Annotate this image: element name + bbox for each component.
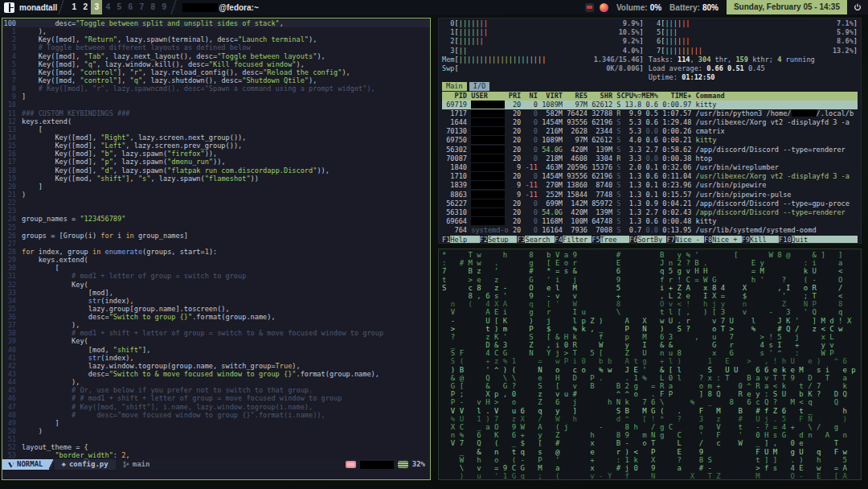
fkey-nice[interactable]: F7Nice - bbox=[666, 236, 704, 244]
statusline-right: 32% bbox=[346, 459, 430, 470]
process-row[interactable]: 56227200699M142M85972S1.30.90:04.21/app/… bbox=[442, 199, 858, 208]
workspace-1[interactable]: 1 bbox=[68, 0, 80, 14]
matrix-row: * T w h 8 b V a 9 # B y % ' [ W 8 @ & ] … bbox=[442, 251, 858, 259]
fkey-sortby[interactable]: F6SortBy bbox=[629, 236, 667, 244]
line-number: 32 bbox=[2, 281, 22, 289]
workspace-3[interactable]: 3 bbox=[91, 0, 102, 14]
line-number: 28 bbox=[2, 248, 22, 256]
htop-pane[interactable]: 0[|||||||9.9%]1[|||||||10.5%]2[||||||9.2… bbox=[438, 18, 862, 244]
fkey-nice[interactable]: F8Nice + bbox=[704, 236, 742, 244]
line-number: 45 bbox=[2, 386, 22, 394]
layout-monadtall-icon[interactable] bbox=[4, 2, 14, 13]
process-row[interactable]: 17102001454M9355662196S1.30.60:11.04/usr… bbox=[442, 172, 858, 181]
code-area[interactable]: 100 desc="Toggle between split and unspl… bbox=[2, 18, 430, 459]
line-number: 33 bbox=[2, 289, 22, 297]
htop-tabs: MainI/O bbox=[442, 82, 858, 91]
code-line: 29 keys.extend( bbox=[2, 256, 430, 264]
matrix-row: - U [ K ) j l p Z ) A X w U . r v 7 U l … bbox=[442, 317, 858, 325]
code-line: 7 Key([mod, "control"], "q", lazy.shutdo… bbox=[2, 76, 430, 84]
cmatrix-pane[interactable]: * T w h 8 b V a 9 # B y % ' [ W 8 @ & ] … bbox=[438, 249, 862, 480]
workspace-4[interactable]: 4 bbox=[102, 0, 113, 14]
process-row[interactable]: 70087200218M46083304R3.30.00:00.38htop bbox=[442, 154, 858, 163]
line-number: 53 bbox=[2, 451, 22, 459]
process-row[interactable]: 696642001168M100M64748S1.30.60:00.48kitt… bbox=[442, 217, 858, 226]
process-row[interactable]: 18409-11463M2059615376S2.00.10:32.06/usr… bbox=[442, 163, 858, 172]
matrix-row: ? z K ' S [ & H k f p M 6 3 , u 7 > ! 5 … bbox=[442, 333, 858, 341]
workspace-8[interactable]: 8 bbox=[147, 0, 158, 14]
matrix-row: _ D & 3 Z , i 0 R W y I & & G r 4 s I + … bbox=[442, 341, 858, 349]
workspace-7[interactable]: 7 bbox=[136, 0, 147, 14]
fkey-kill[interactable]: F9Kill bbox=[742, 236, 780, 244]
uptime: Uptime: 01:12:50 bbox=[649, 73, 858, 82]
user-redacted bbox=[471, 127, 504, 135]
bar-separator bbox=[57, 0, 65, 14]
workspace-6[interactable]: 6 bbox=[125, 0, 136, 14]
line-number: 35 bbox=[2, 305, 22, 313]
process-row[interactable]: 70130200216M26282344S5.30.00:00.26cmatri… bbox=[442, 127, 858, 136]
fkey-search[interactable]: F3Search bbox=[517, 236, 555, 244]
process-table-header[interactable]: PIDUSERPRINIVIRTRESSHRSCPU%▽MEM%TIME+Com… bbox=[442, 92, 858, 101]
workspace-2[interactable]: 2 bbox=[80, 0, 91, 14]
htop-tab-io[interactable]: I/O bbox=[469, 82, 490, 91]
process-row[interactable]: 764systemd-oo2001616479367008S0.70.00:13… bbox=[442, 226, 858, 235]
cpu-meter-7: 7[|||||||||13.2%] bbox=[649, 47, 858, 55]
workspace-9[interactable]: 9 bbox=[158, 0, 170, 14]
code-line: 27 bbox=[2, 240, 430, 248]
volume-value: 0% bbox=[650, 3, 661, 12]
code-line: 35 lazy.group[group.name].toscreen(), bbox=[2, 305, 430, 313]
process-row[interactable]: 697192001089M97M62612S13.80.60:00.97kitt… bbox=[442, 101, 858, 109]
layout-name[interactable]: monadtall bbox=[19, 3, 57, 12]
matrix-row: _ & n t q s @ e r ) < P E 9 F U M g U q … bbox=[442, 448, 858, 456]
battery-value: 80% bbox=[702, 3, 719, 12]
editor-pane[interactable]: 100 desc="Toggle between split and unspl… bbox=[2, 18, 431, 480]
code-line: 25 bbox=[2, 224, 430, 232]
editor-statusline: NORMAL ◈ config.py main 32% bbox=[2, 459, 430, 470]
line-number: 13 bbox=[2, 125, 22, 134]
power-button[interactable] bbox=[847, 0, 868, 14]
process-row[interactable]: 697502001089M97M62612S4.00.60:00.21kitty bbox=[442, 136, 858, 145]
process-row[interactable]: 88639-11252M158447748S1.30.10:15.57/usr/… bbox=[442, 191, 858, 199]
swap-meter: Swp[0K/8.00G] bbox=[442, 64, 644, 73]
line-number: 43 bbox=[2, 370, 22, 378]
line-number: 21 bbox=[2, 191, 22, 199]
code-line: 37 ), bbox=[2, 321, 430, 329]
workspace-5[interactable]: 5 bbox=[113, 0, 125, 14]
fkey-quit[interactable]: F10Quit bbox=[779, 236, 858, 244]
fkey-setup[interactable]: F2Setup bbox=[480, 236, 518, 244]
user-redacted bbox=[471, 146, 504, 154]
matrix-row: V V l . V u 6 q y ] S B M G ( . F M B # … bbox=[442, 407, 858, 415]
line-number: 27 bbox=[2, 240, 22, 248]
code-line: 46 # # mod1 + shift + letter of group = … bbox=[2, 394, 430, 402]
code-line: 22 bbox=[2, 199, 430, 207]
process-row[interactable]: 1717200582M7642432788R9.90.51:07.57/usr/… bbox=[442, 109, 858, 118]
branch-label: main bbox=[133, 459, 150, 470]
code-line: 100 desc="Toggle between split and unspl… bbox=[2, 19, 430, 27]
process-row[interactable]: 18399-11270M138608740S1.30.10:23.96/usr/… bbox=[442, 181, 858, 190]
process-row[interactable]: 16442001454M9355662196S5.30.61:29.48/usr… bbox=[442, 118, 858, 127]
process-row[interactable]: 5631020054.0G420M139MS1.32.70:02.43/app/… bbox=[442, 208, 858, 217]
matrix-row: n % 6 K 6 + y Z h 8 9 m N g C ' F ' 0 H … bbox=[442, 431, 858, 439]
discord-tray-icon[interactable] bbox=[585, 3, 594, 12]
matrix-row: % U 1 ) 7 z X / W h d ^ [ ! * ? 3 z # U … bbox=[442, 415, 858, 423]
mode-indicator: NORMAL bbox=[2, 459, 49, 470]
username-redacted bbox=[182, 3, 218, 12]
filename-segment: ◈ config.py bbox=[55, 459, 116, 470]
clock[interactable]: Sunday, February 05 - 14:35 bbox=[727, 0, 847, 14]
color-wheel-tray-icon[interactable] bbox=[600, 3, 608, 12]
code-line: 42 lazy.window.togroup(group.name, switc… bbox=[2, 362, 430, 370]
user-redacted bbox=[471, 172, 504, 180]
process-row[interactable]: 5630220054.0G420M139MS3.32.70:58.62/app/… bbox=[442, 146, 858, 154]
code-line: 10 bbox=[2, 101, 430, 109]
line-number: 36 bbox=[2, 313, 22, 321]
code-line: 1 ), bbox=[2, 27, 430, 35]
fkey-tree[interactable]: F5Tree bbox=[592, 236, 629, 244]
code-line: 3 # Toggle between different layouts as … bbox=[2, 43, 430, 51]
code-line: 43 desc="Switch to & move focused window… bbox=[2, 370, 430, 378]
fkey-help[interactable]: F1Help bbox=[442, 236, 480, 244]
line-number: 1 bbox=[2, 27, 22, 35]
user-redacted bbox=[471, 109, 504, 117]
fkey-filter[interactable]: F4Filter bbox=[555, 236, 592, 244]
htop-tab-main[interactable]: Main bbox=[442, 82, 467, 91]
matrix-row: S c 8 z - O e l M 5 i + Z A x 8 4 X , I … bbox=[442, 284, 858, 292]
line-number: 11 bbox=[2, 109, 22, 117]
